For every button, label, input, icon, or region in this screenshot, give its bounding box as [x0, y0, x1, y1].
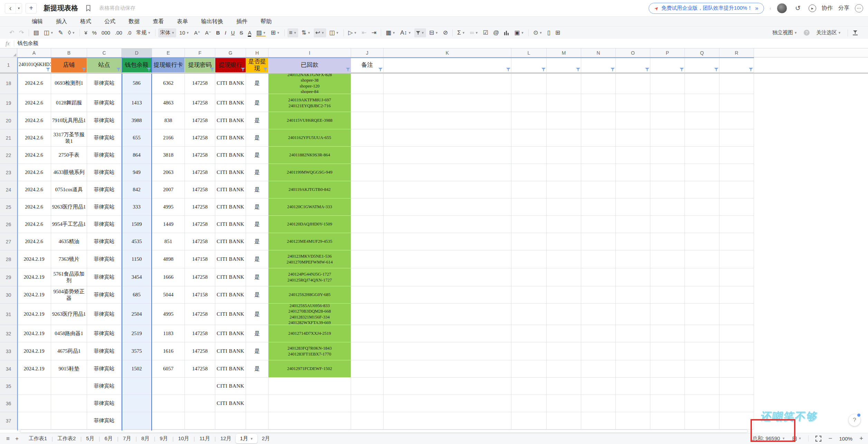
- row-header-32[interactable]: 32: [0, 325, 17, 342]
- cell-G25[interactable]: CITI BANK: [215, 198, 246, 216]
- cell-A24[interactable]: 2024.2.6: [17, 181, 51, 198]
- filter-view-icon[interactable]: [853, 30, 858, 35]
- cell-Q18[interactable]: [685, 73, 719, 94]
- cell-B1[interactable]: 店铺: [51, 57, 87, 73]
- cell-D20[interactable]: 3988: [122, 112, 152, 129]
- cell-B19[interactable]: 0128舞蹈服: [51, 94, 87, 112]
- cell-P18[interactable]: [650, 73, 685, 94]
- cell-L20[interactable]: [511, 112, 547, 129]
- sum-icon[interactable]: Σ▼: [455, 28, 466, 37]
- cell-N22[interactable]: [581, 147, 616, 164]
- cell-D33[interactable]: 3575: [122, 342, 152, 360]
- cell-B24[interactable]: 0751cos道具: [51, 181, 87, 198]
- cell-R36[interactable]: [719, 395, 754, 412]
- column-header-I[interactable]: I: [268, 48, 351, 57]
- cell-M1[interactable]: [547, 57, 581, 73]
- cell-G19[interactable]: CITI BANK: [215, 94, 246, 112]
- cell-J31[interactable]: [351, 304, 384, 325]
- cell-B28[interactable]: 7363镜片: [51, 250, 87, 268]
- menu-item-表单[interactable]: 表单: [177, 18, 188, 25]
- filter-funnel-icon[interactable]: [541, 67, 546, 72]
- cell-Q23[interactable]: [685, 164, 719, 181]
- cell-N1[interactable]: [581, 57, 616, 73]
- cell-G21[interactable]: CITI BANK: [215, 129, 246, 147]
- cell-A28[interactable]: 2024.2.19: [17, 250, 51, 268]
- cell-E23[interactable]: 2063: [152, 164, 185, 181]
- cell-E18[interactable]: 6362: [152, 73, 185, 94]
- cell-K19[interactable]: [384, 94, 511, 112]
- cell-K1[interactable]: [384, 57, 511, 73]
- cell-J20[interactable]: [351, 112, 384, 129]
- cell-H20[interactable]: 是: [246, 112, 268, 129]
- row-header-37[interactable]: 37: [0, 412, 17, 429]
- row-header-18[interactable]: 18: [0, 73, 17, 94]
- bookmark-icon[interactable]: [86, 5, 91, 11]
- cell-E1[interactable]: 提现银行卡: [152, 57, 185, 73]
- cell-K35[interactable]: [384, 378, 511, 395]
- row-header-19[interactable]: 19: [0, 94, 17, 112]
- cell-D22[interactable]: 864: [122, 147, 152, 164]
- cell-F22[interactable]: 147258: [185, 147, 215, 164]
- cell-E26[interactable]: 1449: [152, 216, 185, 233]
- cell-Q1[interactable]: [685, 57, 719, 73]
- cell-K23[interactable]: [384, 164, 511, 181]
- cell-M34[interactable]: [547, 360, 581, 378]
- cell-P25[interactable]: [650, 198, 685, 216]
- cell-M24[interactable]: [547, 181, 581, 198]
- cell-I25[interactable]: 240120C1GWATMA-333: [268, 198, 351, 216]
- cell-R31[interactable]: [719, 304, 754, 325]
- cell-C35[interactable]: 菲律宾站: [87, 378, 122, 395]
- cell-F28[interactable]: 147158: [185, 250, 215, 268]
- row-header-22[interactable]: 22: [0, 147, 17, 164]
- cell-I20[interactable]: 240115VUH6RQEE-3988: [268, 112, 351, 129]
- cell-L36[interactable]: [511, 395, 547, 412]
- column-header-Q[interactable]: Q: [685, 48, 719, 57]
- column-header-J[interactable]: J: [351, 48, 384, 57]
- cell-C28[interactable]: 菲律宾站: [87, 250, 122, 268]
- cell-R18[interactable]: [719, 73, 754, 94]
- cell-O18[interactable]: [616, 73, 650, 94]
- sheet-tab-8月[interactable]: 8月: [137, 435, 154, 442]
- cell-L34[interactable]: [511, 360, 547, 378]
- menu-item-插件[interactable]: 插件: [236, 18, 247, 25]
- filter-funnel-icon[interactable]: [680, 67, 684, 72]
- column-header-F[interactable]: F: [185, 48, 215, 57]
- cell-O35[interactable]: [616, 378, 650, 395]
- conditional-format-icon[interactable]: ▷▼: [347, 28, 359, 37]
- cell-D18[interactable]: 586: [122, 73, 152, 94]
- cell-N34[interactable]: [581, 360, 616, 378]
- column-header-R[interactable]: R: [719, 48, 754, 57]
- sheet-tab-11月[interactable]: 11月: [195, 435, 215, 442]
- filter-funnel-icon[interactable]: [180, 67, 184, 72]
- column-header-A[interactable]: A: [17, 48, 51, 57]
- column-header-O[interactable]: O: [616, 48, 650, 57]
- cell-F34[interactable]: 147258: [185, 360, 215, 378]
- menu-item-数据[interactable]: 数据: [129, 18, 140, 25]
- image-icon[interactable]: ▣▼: [512, 28, 526, 37]
- redo-icon[interactable]: ↷: [17, 28, 26, 37]
- cell-J21[interactable]: [351, 129, 384, 147]
- cell-L27[interactable]: [511, 233, 547, 250]
- new-comment-icon[interactable]: ⊞: [554, 28, 562, 37]
- cell-K37[interactable]: [384, 412, 511, 429]
- cell-R28[interactable]: [719, 250, 754, 268]
- cell-I21[interactable]: 2401162YFU5UUA-655: [268, 129, 351, 147]
- collaborate-button[interactable]: 协作: [822, 4, 833, 12]
- cell-C19[interactable]: 菲律宾站: [87, 94, 122, 112]
- menu-item-公式[interactable]: 公式: [104, 18, 115, 25]
- cell-Q27[interactable]: [685, 233, 719, 250]
- cell-F29[interactable]: 147258: [185, 268, 215, 286]
- cell-E35[interactable]: [152, 378, 185, 395]
- cell-L25[interactable]: [511, 198, 547, 216]
- cell-K29[interactable]: [384, 268, 511, 286]
- cell-K21[interactable]: [384, 129, 511, 147]
- cell-D24[interactable]: 842: [122, 181, 152, 198]
- bold-icon[interactable]: B: [215, 28, 222, 37]
- cell-I35[interactable]: [268, 378, 351, 395]
- filter-funnel-icon[interactable]: [346, 67, 350, 72]
- fullscreen-icon[interactable]: [815, 436, 821, 442]
- cell-Q29[interactable]: [685, 268, 719, 286]
- cell-E36[interactable]: [152, 395, 185, 412]
- cell-N27[interactable]: [581, 233, 616, 250]
- cell-I30[interactable]: 240125S2H8GG0Y-685: [268, 286, 351, 304]
